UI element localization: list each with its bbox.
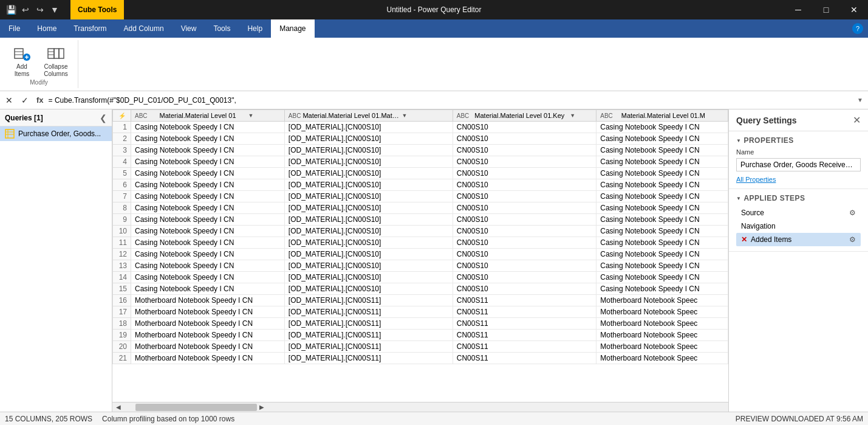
sidebar-item-purchase-order[interactable]: Purchase Order, Goods... xyxy=(0,126,112,141)
col2-type-icon: ABC xyxy=(289,112,301,119)
col3-label: Material.Material Level 01.Key xyxy=(471,112,568,119)
cell-row19-col4: Motherboard Notebook Speec xyxy=(596,330,728,341)
col2-filter-btn[interactable]: ▼ xyxy=(402,112,407,119)
cell-row4-col1: Casing Notebook Speedy I CN xyxy=(131,156,285,168)
add-items-button[interactable]: AddItems xyxy=(7,43,36,79)
step-added-items-error-icon: ✕ xyxy=(741,235,747,244)
column-header-4: ABC Material.Material Level 01.M xyxy=(596,110,728,122)
queries-panel: Queries [1] ❮ Purchase Order, Goods... xyxy=(0,109,112,412)
table-row: 10Casing Notebook Speedy I CN[OD_MATERIA… xyxy=(113,226,728,237)
tab-home[interactable]: Home xyxy=(29,19,65,38)
tab-manage[interactable]: Manage xyxy=(271,19,314,38)
status-left: 15 COLUMNS, 205 ROWS Column profiling ba… xyxy=(5,415,234,423)
cell-row16-col1: Motherboard Notebook Speedy I CN xyxy=(131,295,285,306)
step-source-gear-icon[interactable]: ⚙ xyxy=(849,209,856,217)
table-row: 7Casing Notebook Speedy I CN[OD_MATERIAL… xyxy=(113,191,728,202)
cell-row5-col1: Casing Notebook Speedy I CN xyxy=(131,168,285,179)
cell-row13-col1: Casing Notebook Speedy I CN xyxy=(131,260,285,272)
help-circle-btn[interactable]: ? xyxy=(852,23,863,34)
col1-filter-btn[interactable]: ▼ xyxy=(248,112,254,119)
formula-input[interactable] xyxy=(49,96,853,105)
cell-row21-col3: CN00S11 xyxy=(453,353,596,364)
col1-type-icon: ABC xyxy=(135,112,148,119)
formula-accept-btn[interactable]: ✓ xyxy=(18,94,32,107)
cell-row14-col1: Casing Notebook Speedy I CN xyxy=(131,272,285,283)
cell-rownum: 7 xyxy=(113,191,131,202)
cell-row4-col2: [OD_MATERIAL].[CN00S10] xyxy=(284,156,453,168)
cell-row12-col4: Casing Notebook Speedy I CN xyxy=(596,249,728,260)
tab-transform[interactable]: Transform xyxy=(65,19,115,38)
table-row: 14Casing Notebook Speedy I CN[OD_MATERIA… xyxy=(113,272,728,283)
table-row: 16Motherboard Notebook Speedy I CN[OD_MA… xyxy=(113,295,728,306)
cell-row3-col4: Casing Notebook Speedy I CN xyxy=(596,145,728,156)
redo-quick-btn[interactable]: ↪ xyxy=(34,4,46,16)
close-button[interactable]: ✕ xyxy=(840,0,868,19)
table-row: 1Casing Notebook Speedy I CN[OD_MATERIAL… xyxy=(113,122,728,133)
cell-row12-col3: CN00S10 xyxy=(453,249,596,260)
cell-row12-col1: Casing Notebook Speedy I CN xyxy=(131,249,285,260)
cell-row18-col4: Motherboard Notebook Speec xyxy=(596,318,728,330)
qa-dropdown-btn[interactable]: ▼ xyxy=(49,4,61,16)
query-label: Purchase Order, Goods... xyxy=(18,130,107,138)
applied-steps-title: ▼ APPLIED STEPS xyxy=(736,194,861,202)
column-header-2: ABC Material.Material Level 01.Material … xyxy=(284,110,453,122)
all-properties-link[interactable]: All Properties xyxy=(736,176,776,183)
ribbon-tab-spacer xyxy=(315,19,852,38)
ribbon-tab-bar: File Home Transform Add Column View Tool… xyxy=(0,19,868,38)
cell-row7-col3: CN00S10 xyxy=(453,191,596,202)
cell-row1-col1: Casing Notebook Speedy I CN xyxy=(131,122,285,133)
step-added-items-gear-icon[interactable]: ⚙ xyxy=(849,235,856,244)
maximize-button[interactable]: □ xyxy=(812,0,840,19)
query-table-icon xyxy=(5,129,15,139)
column-header-3: ABC Material.Material Level 01.Key ▼ xyxy=(453,110,596,122)
cell-row1-col4: Casing Notebook Speedy I CN xyxy=(596,122,728,133)
query-settings-close-btn[interactable]: ✕ xyxy=(853,114,861,126)
col2-label: Material.Material Level 01.Material Leve… xyxy=(302,112,400,119)
tab-add-column[interactable]: Add Column xyxy=(115,19,173,38)
tab-tools[interactable]: Tools xyxy=(205,19,239,38)
horizontal-scrollbar[interactable]: ◀ ▶ xyxy=(112,402,728,412)
cell-rownum: 15 xyxy=(113,283,131,295)
scroll-thumb[interactable] xyxy=(135,404,257,411)
add-items-label: AddItems xyxy=(15,63,29,78)
cell-row5-col3: CN00S10 xyxy=(453,168,596,179)
status-bar: 15 COLUMNS, 205 ROWS Column profiling ba… xyxy=(0,412,868,425)
scroll-right-arrow[interactable]: ▶ xyxy=(257,404,267,410)
cell-row2-col1: Casing Notebook Speedy I CN xyxy=(131,133,285,145)
cell-row6-col2: [OD_MATERIAL].[CN00S10] xyxy=(284,179,453,191)
cell-rownum: 2 xyxy=(113,133,131,145)
properties-section: ▼ PROPERTIES Name Purchase Order, Goods … xyxy=(729,131,868,189)
scroll-left-arrow[interactable]: ◀ xyxy=(114,404,123,410)
cell-row6-col1: Casing Notebook Speedy I CN xyxy=(131,179,285,191)
queries-panel-collapse-btn[interactable]: ❮ xyxy=(100,113,107,123)
formula-cancel-btn[interactable]: ✕ xyxy=(2,94,16,107)
cell-row12-col2: [OD_MATERIAL].[CN00S10] xyxy=(284,249,453,260)
tab-file[interactable]: File xyxy=(0,19,29,38)
cell-rownum: 16 xyxy=(113,295,131,306)
formula-fx-label: fx xyxy=(34,95,46,105)
data-grid[interactable]: ⚡ ABC Material.Material Level 01 ▼ xyxy=(112,109,728,402)
applied-steps-section: ▼ APPLIED STEPS Source ⚙ Navigation ✕ Ad… xyxy=(729,189,868,252)
cell-row4-col3: CN00S10 xyxy=(453,156,596,168)
cell-row1-col2: [OD_MATERIAL].[CN00S10] xyxy=(284,122,453,133)
cell-row5-col2: [OD_MATERIAL].[CN00S10] xyxy=(284,168,453,179)
col3-filter-btn[interactable]: ▼ xyxy=(570,112,575,119)
undo-quick-btn[interactable]: ↩ xyxy=(19,4,32,16)
tab-help[interactable]: Help xyxy=(239,19,271,38)
step-source[interactable]: Source ⚙ xyxy=(736,206,861,219)
cell-row2-col4: Casing Notebook Speedy I CN xyxy=(596,133,728,145)
table-row: 9Casing Notebook Speedy I CN[OD_MATERIAL… xyxy=(113,214,728,226)
formula-expand-btn[interactable]: ▼ xyxy=(855,97,866,103)
table-row: 15Casing Notebook Speedy I CN[OD_MATERIA… xyxy=(113,283,728,295)
svg-rect-8 xyxy=(59,49,64,58)
collapse-columns-button[interactable]: CollapseColumns xyxy=(41,43,70,79)
name-value-field[interactable]: Purchase Order, Goods Received and Inv xyxy=(736,158,861,171)
cell-row10-col2: [OD_MATERIAL].[CN00S10] xyxy=(284,226,453,237)
step-added-items[interactable]: ✕ Added Items ⚙ xyxy=(736,233,861,246)
minimize-button[interactable]: ─ xyxy=(784,0,812,19)
save-quick-btn[interactable]: 💾 xyxy=(5,4,17,16)
step-navigation[interactable]: Navigation xyxy=(736,219,861,233)
cell-row21-col4: Motherboard Notebook Speec xyxy=(596,353,728,364)
tab-view[interactable]: View xyxy=(173,19,205,38)
cell-row17-col3: CN00S11 xyxy=(453,306,596,318)
